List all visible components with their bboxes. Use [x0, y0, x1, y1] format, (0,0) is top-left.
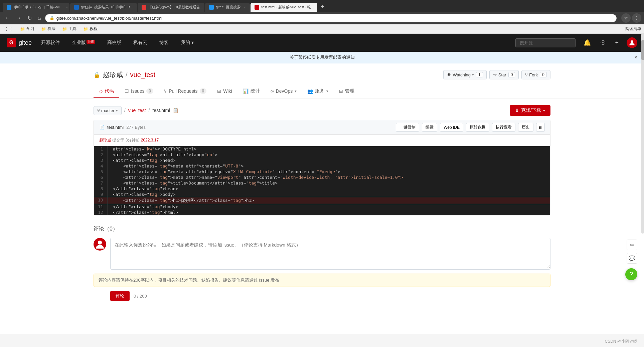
message-icon[interactable]: 💬	[627, 253, 637, 264]
home-button[interactable]: ⌂	[36, 14, 43, 22]
bookmark-algorithm[interactable]: 📁 算法	[40, 25, 57, 32]
issues-icon: ☐	[125, 88, 129, 94]
browser-tab-3[interactable]: 【狂神说java】Git最新教程通告... ×	[138, 3, 204, 12]
help-button[interactable]: ?	[625, 268, 637, 280]
bookmark-study[interactable]: 📁 学习	[19, 25, 36, 32]
tab-services-label: 服务	[315, 88, 324, 94]
apps-grid-icon: ⋮⋮	[4, 26, 13, 32]
bookmark-algorithm-label: 算法	[47, 26, 55, 32]
tab-code[interactable]: ◇ 代码	[94, 85, 119, 98]
right-scrollbar[interactable]	[641, 33, 644, 234]
star-button[interactable]: ☆ Star 0	[489, 70, 519, 79]
repo-name-link[interactable]: vue_test	[130, 71, 156, 79]
tab-wiki[interactable]: ⊞ Wiki	[212, 85, 237, 98]
browser-tab-5[interactable]: test.html · 赵珍威/vue_test · 吃... ×	[251, 3, 317, 12]
address-bar[interactable]: 🔒 gitee.com/zhao-zhenwei/vue_test/blob/m…	[45, 14, 617, 22]
tab-close-1[interactable]: ×	[66, 5, 68, 9]
table-row: 12</attr">class="tag">html>	[94, 210, 550, 215]
breadcrumb-sep-2: /	[149, 108, 150, 113]
history-button[interactable]: 历史	[518, 123, 533, 132]
clone-download-button[interactable]: ⬇ 克隆/下载 ▾	[510, 105, 550, 116]
browser-tab-1[interactable]: 叩叩叩叩（·`）ろ口 千析--bil... ×	[3, 3, 69, 12]
file-name-text: test.html	[107, 125, 124, 130]
back-button[interactable]: ←	[3, 14, 12, 22]
repo-actions: 👁 Watching ▾ 1 ☆ Star 0 ⑂ Fork 0	[443, 70, 550, 79]
notification-bell-icon[interactable]: 🔔	[582, 38, 592, 48]
tab-close-4[interactable]: ×	[244, 5, 246, 9]
fork-count: 0	[540, 72, 547, 77]
fork-button[interactable]: ⑂ Fork 0	[521, 70, 550, 79]
bookmark-tutorials[interactable]: 📁 教程	[82, 25, 99, 32]
star-icon: ☆	[493, 72, 497, 77]
bookmark-apps[interactable]: ⋮⋮	[3, 26, 15, 32]
feedback-icon[interactable]: ✏	[627, 240, 637, 250]
forward-button[interactable]: →	[14, 14, 23, 22]
watching-count: 1	[476, 72, 483, 77]
search-input[interactable]	[515, 38, 576, 47]
tab-manage[interactable]: ⊟ 管理	[334, 85, 360, 98]
nav-university[interactable]: 高校版	[105, 38, 124, 47]
bookmark-tools[interactable]: 📁 工具	[61, 25, 78, 32]
notification-close-button[interactable]: ×	[634, 54, 637, 60]
line-number: 3	[94, 157, 107, 163]
tab-issues[interactable]: ☐ Issues 0	[119, 85, 159, 98]
delete-file-button[interactable]: 🗑	[536, 123, 545, 132]
nav-blog[interactable]: 博客	[157, 38, 171, 47]
watching-button[interactable]: 👁 Watching ▾ 1	[443, 70, 486, 79]
raw-data-button[interactable]: 原始数据	[466, 123, 489, 132]
comment-box	[110, 238, 550, 270]
tab-pullrequests[interactable]: ⑂ Pull Requests 0	[159, 85, 212, 98]
tab-services[interactable]: 👥 服务 ▾	[302, 85, 334, 98]
line-code-content: <attr">class="tag">h1>你好啊</attr">class="…	[107, 197, 550, 204]
repo-owner-link[interactable]: 赵珍威	[103, 70, 123, 79]
commit-time-text: 提交于 3分钟前	[112, 138, 140, 142]
help-icon: ?	[630, 271, 633, 278]
web-ide-button[interactable]: Web IDE	[440, 123, 463, 132]
comment-footer: 评论 0 / 200	[94, 291, 550, 304]
table-row: 3<attr">class="tag">head>	[94, 157, 550, 163]
browser-menu-button[interactable]: ⋮	[632, 13, 641, 23]
blame-button[interactable]: 按行查看	[492, 123, 515, 132]
browser-tab-4[interactable]: gitee_百度搜索 ×	[205, 3, 250, 12]
line-code-content: </attr">class="tag">head>	[107, 186, 550, 192]
add-icon[interactable]: +	[614, 38, 620, 48]
file-viewer: 📄 test.html 277 Bytes 一键复制 编辑 Web IDE 原始…	[94, 120, 550, 216]
line-number: 12	[94, 210, 107, 215]
breadcrumb-repo-link[interactable]: vue_test	[128, 108, 146, 113]
commit-author-link[interactable]: 赵珍威	[99, 138, 111, 142]
tab-stats[interactable]: 📊 统计	[237, 85, 265, 98]
comment-textarea[interactable]	[111, 238, 550, 268]
commit-date-link[interactable]: 2022.3.17	[141, 138, 159, 142]
tab-close-2[interactable]: ×	[136, 5, 137, 9]
line-code-content: <attr">class="tag">meta attr">http-equiv…	[107, 169, 550, 175]
repo-title: 🔒 赵珍威 / vue_test	[94, 70, 155, 79]
gitee-logo[interactable]: G gitee	[7, 38, 32, 47]
new-tab-button[interactable]: +	[318, 2, 327, 12]
line-code-content: <attr">class="tag">title>Document</attr"…	[107, 180, 550, 186]
branch-selector[interactable]: ⑂ master ▾	[94, 106, 122, 115]
tab-code-label: 代码	[105, 88, 114, 94]
comment-submit-button[interactable]: 评论	[110, 291, 130, 301]
url-text: gitee.com/zhao-zhenwei/vue_test/blob/mas…	[56, 16, 162, 21]
nav-mine[interactable]: 我的 ▾	[178, 38, 196, 47]
file-actions: 一键复制 编辑 Web IDE 原始数据 按行查看 历史 🗑	[396, 123, 545, 132]
watching-dropdown-icon: ▾	[472, 73, 474, 77]
tab-devops[interactable]: ∞ DevOps ▾	[265, 85, 302, 98]
tab-stats-label: 统计	[251, 88, 260, 94]
one-click-copy-button[interactable]: 一键复制	[396, 123, 419, 132]
edit-button[interactable]: 编辑	[422, 123, 437, 132]
code-viewer[interactable]: 1attr">class="kw"><!DOCTYPE html>2<attr"…	[94, 146, 550, 215]
line-number: 6	[94, 175, 107, 180]
nav-open-source[interactable]: 开源软件	[38, 38, 62, 47]
reload-button[interactable]: ↻	[25, 14, 34, 23]
bookmark-star-button[interactable]: ☆	[621, 13, 631, 23]
copy-path-icon[interactable]: 📋	[173, 108, 178, 113]
pr-icon: ⑂	[164, 88, 167, 94]
user-avatar[interactable]	[627, 37, 637, 48]
nav-private-cloud[interactable]: 私有云	[131, 38, 150, 47]
browser-tab-2[interactable]: git狂神_搜索结果_叩叩叩叩_B... ×	[70, 3, 137, 12]
bookmark-tools-label: 工具	[68, 26, 76, 32]
nav-enterprise[interactable]: 企业版特惠	[69, 38, 98, 47]
scrollbar-thumb[interactable]	[641, 40, 644, 60]
explore-icon[interactable]: ☉	[599, 38, 607, 48]
